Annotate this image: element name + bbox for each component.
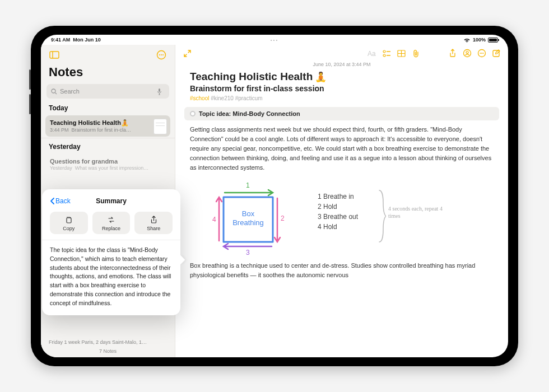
peek-item[interactable]: Friday 1 week Paris, 2 days Saint-Malo, …	[49, 339, 167, 345]
ipad-device: ••• 9:41 AM Mon Jun 10 100% Notes Search…	[31, 26, 518, 366]
note-item[interactable]: Questions for grandma Yesterday What was…	[45, 154, 170, 175]
volume-button	[29, 94, 31, 114]
brace-icon	[378, 189, 386, 243]
svg-text:4: 4	[212, 216, 216, 223]
attachment-button[interactable]	[408, 46, 423, 60]
note-tags: #school #kine210 #practicum	[190, 95, 494, 101]
selection-handle[interactable]	[190, 111, 196, 116]
copy-button[interactable]: Copy	[50, 212, 88, 234]
summary-popover: Back Summary Copy Replace Share	[42, 189, 180, 315]
note-preview: What was your first impression…	[75, 165, 149, 171]
note-title: Teaching Holistic Health	[50, 119, 121, 126]
volume-button	[29, 69, 31, 90]
more-note-button[interactable]	[474, 46, 489, 60]
svg-point-13	[383, 54, 385, 57]
handwritten-drawing: Box Breathing 1 2 3 4 1 Breathe in 2 Hol…	[190, 179, 494, 256]
paragraph: Getting class assignments next week but …	[190, 125, 494, 172]
svg-point-22	[481, 53, 482, 54]
back-label: Back	[55, 197, 71, 205]
note-body[interactable]: Teaching Holistic Health🧘 Brainstorm for…	[175, 71, 508, 287]
side-note: 4 seconds each, repeat 4 times	[388, 205, 450, 220]
svg-line-7	[55, 92, 57, 94]
note-count: 7 Notes	[49, 348, 167, 354]
tag[interactable]: #practicum	[235, 95, 263, 101]
share-button[interactable]: Share	[134, 212, 173, 234]
table-button[interactable]	[394, 46, 408, 60]
battery-icon	[488, 38, 498, 43]
note-date: June 10, 2024 at 3:44 PM	[175, 62, 508, 67]
note-thumbnail	[153, 119, 167, 134]
status-date: Mon Jun 10	[73, 37, 101, 43]
notes-app: Notes Search Today Teaching Holistic Hea…	[41, 45, 508, 357]
svg-point-3	[159, 54, 160, 55]
svg-point-5	[162, 54, 164, 55]
note-title: Teaching Holistic Health🧘	[190, 71, 494, 83]
search-icon	[51, 88, 57, 95]
selection-highlight[interactable]: Topic idea: Mind-Body Connection	[184, 107, 499, 120]
replace-icon	[107, 216, 115, 224]
status-time: 9:41 AM	[51, 37, 70, 43]
screen: ••• 9:41 AM Mon Jun 10 100% Notes Search…	[41, 35, 508, 357]
svg-text:Aa: Aa	[367, 50, 376, 57]
note-subtitle: Brainstorm for first in-class session	[190, 84, 494, 93]
summary-text: The topic idea for the class is "Mind-Bo…	[50, 246, 173, 307]
svg-point-4	[161, 54, 162, 55]
svg-point-21	[480, 53, 481, 54]
sidebar-footer: Friday 1 week Paris, 2 days Saint-Malo, …	[41, 337, 175, 357]
battery-percent: 100%	[473, 37, 486, 43]
note-title: Questions for grandma	[50, 158, 166, 165]
emoji: 🧘	[121, 119, 129, 126]
back-button[interactable]: Back	[50, 197, 71, 205]
section-header: Today	[41, 103, 175, 114]
search-input[interactable]: Search	[46, 84, 169, 99]
svg-text:Breathing: Breathing	[232, 218, 264, 227]
svg-point-11	[383, 50, 385, 53]
section-header: Yesterday	[41, 138, 175, 153]
steps-list: 1 Breathe in 2 Hold 3 Breathe out 4 Hold	[318, 190, 358, 233]
svg-point-6	[52, 89, 55, 93]
search-placeholder: Search	[60, 88, 157, 95]
note-toolbar: Aa	[175, 45, 508, 62]
multitask-dots[interactable]: •••	[271, 38, 278, 43]
copy-icon	[64, 216, 73, 224]
sidebar-toggle-button[interactable]	[48, 48, 61, 62]
divider	[42, 240, 180, 240]
svg-text:1: 1	[246, 181, 250, 189]
note-item-selected[interactable]: Teaching Holistic Health🧘 3:44 PM Brains…	[45, 115, 170, 137]
svg-rect-24	[493, 50, 499, 57]
checklist-button[interactable]	[379, 46, 394, 60]
svg-text:2: 2	[281, 214, 285, 222]
chevron-left-icon	[50, 198, 54, 204]
more-button[interactable]	[155, 48, 168, 62]
share-icon	[150, 216, 158, 224]
sidebar-title: Notes	[41, 63, 175, 84]
mic-icon[interactable]	[157, 88, 162, 95]
paragraph: Box breathing is a technique used to cen…	[190, 261, 494, 280]
svg-point-19	[466, 52, 468, 54]
compose-button[interactable]	[489, 46, 504, 60]
fullscreen-button[interactable]	[180, 46, 194, 60]
svg-point-23	[483, 53, 484, 54]
tag[interactable]: #school	[190, 95, 209, 101]
wifi-icon	[463, 38, 471, 43]
svg-rect-0	[50, 52, 59, 58]
collaborate-button[interactable]	[460, 46, 474, 60]
emoji: 🧘	[315, 71, 327, 83]
svg-text:3: 3	[246, 249, 250, 256]
note-time: Yesterday	[50, 165, 72, 171]
tag[interactable]: #kine210	[211, 95, 234, 101]
svg-rect-9	[67, 218, 71, 223]
sidebar: Notes Search Today Teaching Holistic Hea…	[41, 45, 175, 357]
note-preview: Brainstorm for first in-cla…	[72, 127, 132, 133]
svg-text:Box: Box	[242, 209, 255, 218]
topic-idea: Topic idea: Mind-Body Connection	[199, 110, 300, 117]
svg-rect-8	[159, 88, 160, 92]
replace-button[interactable]: Replace	[92, 212, 131, 234]
share-note-button[interactable]	[445, 46, 460, 60]
note-pane: Aa June 10, 2024 at 3:44 PM Teaching Hol…	[175, 45, 508, 357]
format-button[interactable]: Aa	[365, 46, 379, 60]
note-time: 3:44 PM	[50, 127, 69, 133]
